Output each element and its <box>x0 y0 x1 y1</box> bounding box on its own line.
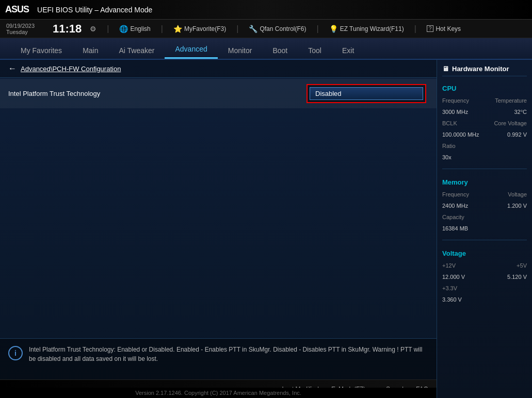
cpu-frequency-values: 3000 MHz 32°C <box>442 109 527 115</box>
eztuning-label: EZ Tuning Wizard(F11) <box>340 25 404 32</box>
top-bar: ASUS UEFI BIOS Utility – Advanced Mode <box>0 0 532 20</box>
divider-memory-voltage <box>442 240 527 240</box>
status-bar: 09/19/2023 Tuesday 11:18 ⚙ | 🌐 English |… <box>0 20 532 38</box>
date: 09/19/2023 <box>6 23 42 29</box>
hw-monitor-title: 🖥 Hardware Monitor <box>442 65 527 76</box>
v33-label: +3.3V <box>442 285 457 291</box>
main-wrapper: ASUS UEFI BIOS Utility – Advanced Mode 0… <box>0 0 532 398</box>
tab-exit[interactable]: Exit <box>332 42 364 59</box>
memory-frequency-value: 2400 MHz <box>442 203 468 209</box>
tab-my-favorites[interactable]: My Favorites <box>10 42 72 59</box>
hw-sidebar: 🖥 Hardware Monitor CPU Frequency Tempera… <box>437 60 532 398</box>
config-row-ptt: Intel Platform Trust Technology Disabled… <box>0 79 437 108</box>
v33-value: 3.360 V <box>442 296 527 303</box>
time-display: 11:18 <box>53 22 82 36</box>
v12-value: 12.000 V <box>442 274 465 280</box>
gear-icon: ⚙ <box>90 25 96 33</box>
myfav-icon: ⭐ <box>173 25 182 33</box>
memory-freq-row-values: 2400 MHz 1.200 V <box>442 203 527 209</box>
tab-ai-tweaker[interactable]: Ai Tweaker <box>108 42 165 59</box>
memory-capacity-value: 16384 MB <box>442 225 527 231</box>
eztuning-item[interactable]: 💡 EZ Tuning Wizard(F11) <box>329 25 404 33</box>
language-item[interactable]: 🌐 English <box>119 25 150 33</box>
nav-tabs: My Favorites Main Ai Tweaker Advanced Mo… <box>0 38 532 60</box>
memory-voltage-value: 1.200 V <box>507 203 527 209</box>
cpu-ratio-label: Ratio <box>442 143 456 149</box>
back-arrow-icon[interactable]: ← <box>8 64 17 73</box>
info-text: Intel Platform Trust Technology: Enabled… <box>29 345 428 363</box>
myfav-label: MyFavorite(F3) <box>184 25 226 32</box>
footer: Last Modified EzMode(F7) → Search on FAQ… <box>0 379 437 398</box>
cpu-frequency-value: 3000 MHz <box>442 109 468 115</box>
qfan-icon: 🔧 <box>249 25 257 33</box>
info-icon: i <box>8 346 23 360</box>
voltage-33-label-row: +3.3V <box>442 285 527 291</box>
cpu-core-voltage-label: Core Voltage <box>494 120 527 126</box>
language-label: English <box>130 25 150 32</box>
cpu-bclk-value: 100.0000 MHz <box>442 131 479 138</box>
cpu-ratio-row: Ratio <box>442 143 527 149</box>
tab-monitor[interactable]: Monitor <box>218 42 263 59</box>
config-area: Intel Platform Trust Technology Disabled… <box>0 78 437 338</box>
main-panel: ← Advanced\PCH-FW Configuration Intel Pl… <box>0 60 437 398</box>
voltage-12-row-values: 12.000 V 5.120 V <box>442 274 527 280</box>
memory-section-title: Memory <box>442 178 527 186</box>
cpu-frequency-row: Frequency Temperature <box>442 97 527 104</box>
memory-capacity-label-row: Capacity <box>442 214 527 220</box>
cpu-ratio-value: 30x <box>442 154 527 160</box>
hotkeys-item[interactable]: ? Hot Keys <box>427 25 461 32</box>
ptt-dropdown[interactable]: Disabled Enabled <box>310 87 423 100</box>
v5-label: +5V <box>517 262 527 269</box>
dropdown-wrapper: Disabled Enabled <box>307 84 426 103</box>
cpu-section-title: CPU <box>442 85 527 92</box>
memory-voltage-label: Voltage <box>508 191 527 197</box>
monitor-icon: 🖥 <box>442 65 449 73</box>
info-box: i Intel Platform Trust Technology: Enabl… <box>0 338 437 379</box>
voltage-12-row-labels: +12V +5V <box>442 262 527 269</box>
hotkeys-label: Hot Keys <box>436 25 461 32</box>
v5-value: 5.120 V <box>507 274 527 280</box>
hw-monitor-label: Hardware Monitor <box>452 65 509 73</box>
breadcrumb-path: Advanced\PCH-FW Configuration <box>21 65 121 73</box>
voltage-section-title: Voltage <box>442 250 527 257</box>
language-icon: 🌐 <box>119 25 128 33</box>
tab-tool[interactable]: Tool <box>298 42 332 59</box>
cpu-temperature-value: 32°C <box>514 109 527 115</box>
tab-main[interactable]: Main <box>72 42 108 59</box>
tab-boot[interactable]: Boot <box>262 42 298 59</box>
bios-title: UEFI BIOS Utility – Advanced Mode <box>37 6 152 14</box>
memory-freq-row-labels: Frequency Voltage <box>442 191 527 197</box>
ptt-label: Intel Platform Trust Technology <box>8 90 307 97</box>
cpu-bclk-label: BCLK <box>442 120 457 126</box>
breadcrumb: ← Advanced\PCH-FW Configuration <box>0 60 437 78</box>
logo-area: ASUS UEFI BIOS Utility – Advanced Mode <box>5 4 152 15</box>
cpu-frequency-label: Frequency <box>442 97 469 104</box>
cpu-core-voltage-value: 0.992 V <box>507 131 527 138</box>
hotkeys-icon: ? <box>427 25 434 32</box>
qfan-label: Qfan Control(F6) <box>260 25 306 32</box>
tab-advanced[interactable]: Advanced <box>165 41 217 59</box>
qfan-item[interactable]: 🔧 Qfan Control(F6) <box>249 25 306 33</box>
content-area: ← Advanced\PCH-FW Configuration Intel Pl… <box>0 60 532 398</box>
v12-label: +12V <box>442 262 456 269</box>
memory-capacity-label: Capacity <box>442 214 464 220</box>
divider-cpu-memory <box>442 169 527 169</box>
cpu-bclk-row-labels: BCLK Core Voltage <box>442 120 527 126</box>
myfav-item[interactable]: ⭐ MyFavorite(F3) <box>173 25 226 33</box>
day: Tuesday <box>6 29 42 35</box>
asus-logo: ASUS <box>5 4 29 15</box>
cpu-temperature-label: Temperature <box>495 97 527 104</box>
eztuning-icon: 💡 <box>329 25 338 33</box>
memory-frequency-label: Frequency <box>442 191 469 197</box>
cpu-bclk-row-values: 100.0000 MHz 0.992 V <box>442 131 527 138</box>
datetime: 09/19/2023 Tuesday <box>6 23 42 35</box>
version-bar: Version 2.17.1246. Copyright (C) 2017 Am… <box>0 388 437 398</box>
